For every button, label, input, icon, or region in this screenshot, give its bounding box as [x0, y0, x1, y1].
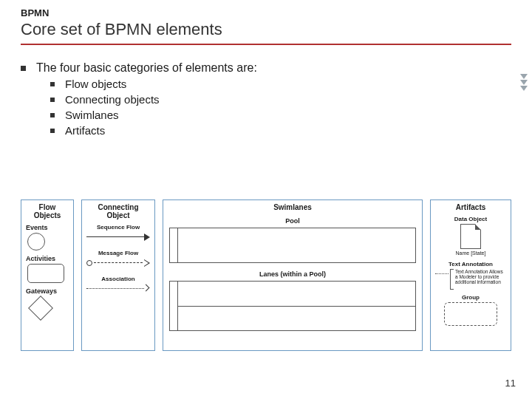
panel-title: Connecting Object [86, 203, 150, 219]
decorative-arrows [520, 74, 528, 91]
bullet-icon [50, 82, 55, 86]
label-lanes: Lanes (within a Pool) [168, 270, 417, 278]
sub-bullet-text: Artifacts [65, 124, 105, 137]
lanes-icon [169, 281, 416, 331]
sub-bullet-text: Connecting objects [65, 93, 160, 106]
page-number: 11 [505, 378, 516, 389]
bullet-icon [50, 98, 55, 102]
panel-connecting-object: Connecting Object Sequence Flow Message … [81, 200, 155, 351]
slide-kicker: BPMN [21, 7, 511, 18]
event-icon [27, 233, 45, 250]
bullet-icon [50, 129, 55, 133]
text-annotation-sample: Text Annotation Allows a Modeler to prov… [455, 269, 506, 284]
diagram-panels: Flow Objects Events Activities Gateways … [21, 200, 511, 351]
sub-bullet: Connecting objects [50, 93, 511, 106]
panel-flow-objects: Flow Objects Events Activities Gateways [21, 200, 74, 351]
sub-bullet: Swimlanes [50, 109, 511, 121]
label-pool: Pool [168, 217, 417, 225]
panel-title: Flow Objects [26, 203, 69, 219]
message-flow-icon [86, 258, 150, 268]
label-events: Events [26, 224, 69, 231]
group-icon [444, 302, 497, 326]
label-gateways: Gateways [26, 287, 69, 295]
panel-artifacts: Artifacts Data Object Name [State] Text … [430, 200, 511, 351]
label-activities: Activities [26, 255, 69, 262]
sub-bullet-text: Swimlanes [65, 109, 119, 121]
gateway-icon [28, 296, 53, 321]
sub-bullet-text: Flow objects [65, 78, 126, 90]
label-text-annotation: Text Annotation [435, 261, 506, 267]
pool-icon [169, 228, 416, 263]
sub-bullet: Artifacts [50, 124, 511, 137]
label-message-flow: Message Flow [86, 250, 150, 256]
activity-icon [27, 264, 64, 283]
panel-title: Swimlanes [168, 203, 417, 211]
panel-swimlanes: Swimlanes Pool Lanes (within a Pool) [163, 200, 423, 351]
association-icon [86, 284, 150, 294]
label-association: Association [86, 276, 150, 282]
label-group: Group [435, 294, 506, 301]
slide-title: Core set of BPMN elements [21, 20, 511, 39]
label-data-object: Data Object [435, 216, 506, 222]
panel-title: Artifacts [435, 203, 506, 211]
sub-bullet: Flow objects [50, 78, 511, 90]
text-annotation-icon: Text Annotation Allows a Modeler to prov… [435, 269, 506, 290]
label-sequence-flow: Sequence Flow [86, 224, 150, 231]
bullet-icon [50, 113, 55, 117]
sequence-flow-icon [86, 232, 150, 242]
bullet-icon [21, 66, 26, 71]
bullet-main-text: The four basic categories of elements ar… [36, 61, 257, 75]
bullet-main: The four basic categories of elements ar… [21, 61, 511, 75]
data-object-icon [460, 224, 481, 249]
data-object-caption: Name [State] [435, 250, 506, 256]
